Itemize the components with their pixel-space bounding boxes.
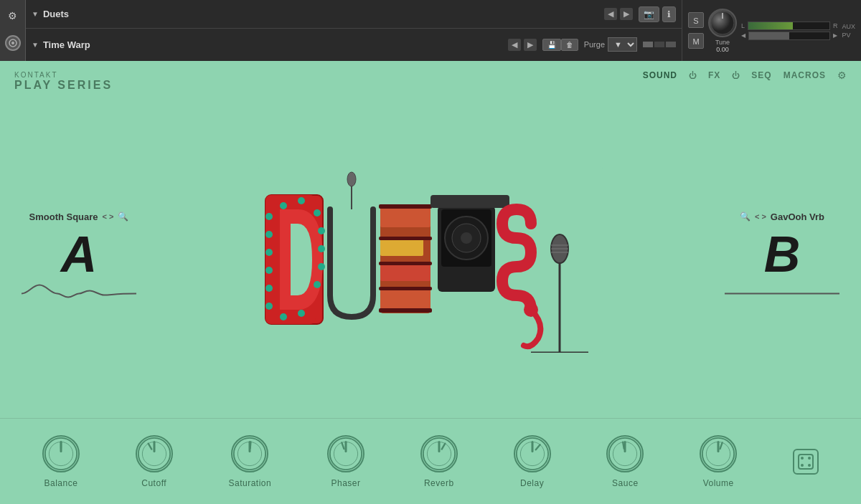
svg-point-55 <box>238 442 262 465</box>
svg-point-23 <box>347 172 356 186</box>
preset-prev[interactable]: ◀ <box>508 39 521 51</box>
cutoff-knob[interactable] <box>136 435 173 472</box>
delay-label: Delay <box>520 478 544 488</box>
top-bar-left-panel: ⚙ <box>0 0 26 61</box>
meter-pan-bar <box>748 32 830 40</box>
sauce-label: Sauce <box>612 478 639 488</box>
power-icon-seq: ⏻ <box>732 71 740 80</box>
svg-point-61 <box>427 442 451 465</box>
svg-point-75 <box>801 464 804 467</box>
nav-bar: SOUND ⏻ FX ⏻ SEQ MACROS ⚙ <box>0 61 861 90</box>
camera-button[interactable]: 📷 <box>639 6 659 22</box>
svg-rect-31 <box>379 262 432 265</box>
svg-point-58 <box>334 442 357 465</box>
preset-collapse-icon[interactable]: ▼ <box>32 41 39 49</box>
solo-button[interactable]: S <box>688 12 704 28</box>
info-button[interactable]: ℹ <box>662 6 676 22</box>
preset-b-row: 🔍 < > GavOoh Vrb <box>740 211 824 222</box>
preset-b-search[interactable]: 🔍 <box>740 211 751 222</box>
preset-a-search[interactable]: 🔍 <box>118 211 128 222</box>
volume-knob[interactable] <box>700 435 737 472</box>
phaser-label: Phaser <box>331 478 360 488</box>
svg-point-10 <box>265 267 273 274</box>
brand-series: PLAY SERIES <box>14 79 113 92</box>
instrument-prev[interactable]: ◀ <box>604 8 617 20</box>
label-b: B <box>764 229 801 279</box>
knob-cutoff-control: Cutoff <box>136 435 173 488</box>
preset-a-arrows[interactable]: < > <box>103 212 114 221</box>
svg-rect-28 <box>380 288 430 310</box>
nav-macros[interactable]: MACROS <box>784 70 826 80</box>
saturation-label: Saturation <box>228 478 271 488</box>
knob-saturation-control: Saturation <box>228 435 271 488</box>
instrument-nav: ◀ ▶ <box>604 8 633 20</box>
knob-balance-control: Balance <box>42 435 80 488</box>
preset-row: ▼ Time Warp ◀ ▶ 💾 🗑 Purge ▼ <box>26 29 682 60</box>
brand-kontakt: KONTAKT <box>14 71 113 79</box>
side-a-panel: Smooth Square < > 🔍 A <box>22 211 136 308</box>
purge-label: Purge <box>584 40 605 49</box>
reverb-label: Reverb <box>424 478 454 488</box>
delete-button[interactable]: 🗑 <box>561 39 578 51</box>
reverb-knob[interactable] <box>420 435 458 472</box>
saturation-knob[interactable] <box>231 435 268 472</box>
nav-seq[interactable]: SEQ <box>751 70 771 80</box>
svg-point-67 <box>613 442 637 465</box>
preset-a-prev[interactable]: < <box>103 212 107 221</box>
tune-knob[interactable] <box>708 9 737 37</box>
volume-label: Volume <box>703 478 734 488</box>
svg-line-56 <box>250 442 251 448</box>
branding: KONTAKT PLAY SERIES <box>14 71 113 92</box>
collapse-icon[interactable]: ▼ <box>32 10 39 18</box>
svg-line-68 <box>623 442 624 448</box>
waveform-a <box>22 279 136 308</box>
preset-a-next[interactable]: > <box>109 212 113 221</box>
svg-point-76 <box>808 464 811 467</box>
svg-point-21 <box>280 313 287 320</box>
delay-knob[interactable] <box>514 435 551 472</box>
meter-l-label: L <box>741 22 745 29</box>
meter-l-fill <box>748 22 793 29</box>
svg-point-14 <box>298 197 305 204</box>
knob-phaser-control: Phaser <box>327 435 364 488</box>
preset-b-next[interactable]: > <box>761 212 766 221</box>
cutoff-label: Cutoff <box>141 478 166 488</box>
knob-reverb-control: Reverb <box>420 435 458 488</box>
knob-volume-control: Volume <box>700 435 737 488</box>
tune-knob-area: Tune 0.00 <box>708 9 737 53</box>
settings-nav-icon[interactable]: ⚙ <box>837 70 847 81</box>
knob-delay-control: Delay <box>514 435 551 488</box>
preset-b-arrows[interactable]: < > <box>755 212 766 221</box>
nav-fx[interactable]: FX <box>708 70 720 80</box>
bottom-controls: Balance Cutoff Saturation <box>0 418 861 504</box>
svg-point-73 <box>801 457 804 460</box>
svg-rect-72 <box>799 455 813 469</box>
save-button[interactable]: 💾 <box>542 39 561 51</box>
duets-svg <box>258 166 603 353</box>
svg-point-7 <box>265 213 273 220</box>
svg-point-52 <box>142 442 166 465</box>
svg-point-49 <box>49 442 72 465</box>
output-meters: L R ◀ ▶ <box>741 22 837 40</box>
preset-b-prev[interactable]: < <box>755 212 759 221</box>
purge-select[interactable]: ▼ <box>608 37 637 52</box>
svg-point-9 <box>265 249 273 256</box>
preset-a-name: Smooth Square <box>29 211 98 222</box>
sauce-knob[interactable] <box>606 435 644 472</box>
preset-next[interactable]: ▶ <box>524 39 537 51</box>
svg-point-16 <box>318 227 325 234</box>
svg-rect-33 <box>379 308 432 313</box>
knob-sauce-control: Sauce <box>606 435 644 488</box>
randomize-button[interactable] <box>793 449 819 475</box>
svg-point-38 <box>461 232 472 244</box>
balance-knob[interactable] <box>42 435 80 472</box>
settings-icon[interactable]: ⚙ <box>8 10 17 22</box>
mute-button[interactable]: M <box>688 33 704 49</box>
phaser-knob[interactable] <box>327 435 364 472</box>
nav-sound[interactable]: SOUND <box>643 70 677 80</box>
svg-point-8 <box>265 231 273 238</box>
top-bar-right-panel: S M Tune 0.00 L <box>682 0 861 61</box>
instrument-next[interactable]: ▶ <box>620 8 633 20</box>
aux-labels: AUX PV <box>842 23 855 39</box>
preset-name: Time Warp <box>43 39 90 50</box>
